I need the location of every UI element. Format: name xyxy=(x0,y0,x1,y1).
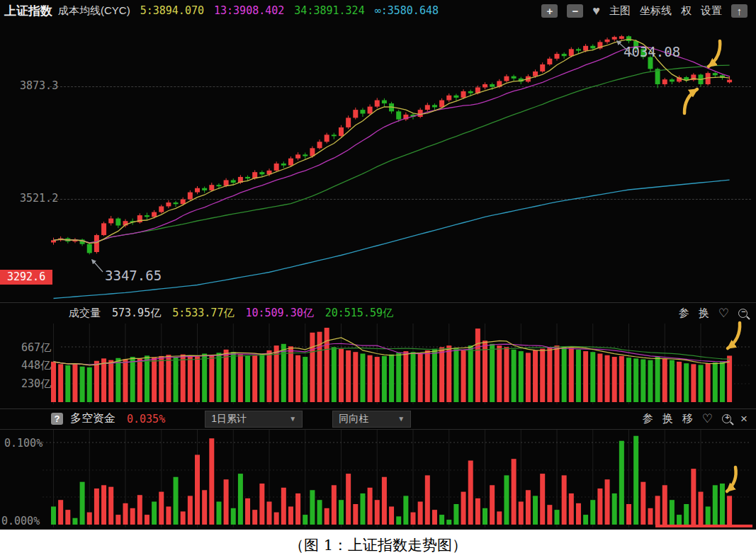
zoom-in-button[interactable]: + xyxy=(541,4,558,18)
cyc34-value: 34:3891.324 xyxy=(294,4,364,17)
index-title: 上证指数 xyxy=(4,3,52,19)
period-dropdown-value: 1日累计 xyxy=(211,413,247,425)
indicator-zoom-in-icon[interactable] xyxy=(722,414,731,423)
indicator-favorite-icon[interactable]: ♡ xyxy=(702,411,713,426)
volume-current: 573.95亿 xyxy=(112,307,161,320)
indicator-label: 多空资金 xyxy=(70,411,115,426)
cyc5-value: 5:3894.070 xyxy=(140,4,204,17)
zoom-out-button[interactable]: − xyxy=(567,4,583,18)
main-chart-header: 上证指数 成本均线(CYC) 5:3894.070 13:3908.402 34… xyxy=(0,0,756,21)
help-icon[interactable]: ? xyxy=(51,413,63,425)
indicator-switch-button[interactable]: 换 xyxy=(662,412,673,425)
main-chart-menu[interactable]: 主图 xyxy=(609,4,631,18)
style-dropdown-value: 同向柱 xyxy=(339,413,368,425)
volume-ma5: 5:533.77亿 xyxy=(172,307,234,320)
stock-chart-app: 上证指数 成本均线(CYC) 5:3894.070 13:3908.402 34… xyxy=(0,0,756,530)
indicator-value: 0.035% xyxy=(127,413,165,425)
volume-zoom-out-icon[interactable] xyxy=(738,309,747,318)
caption-bar: （图 1：上证指数走势图） xyxy=(0,530,756,560)
close-icon[interactable]: × xyxy=(740,412,747,426)
volume-param-button[interactable]: 参 xyxy=(679,307,689,320)
chevron-down-icon: ▼ xyxy=(289,415,296,423)
expand-pane-button[interactable]: ↑ xyxy=(731,4,747,18)
volume-switch-button[interactable]: 换 xyxy=(699,307,709,320)
chevron-down-icon: ▼ xyxy=(397,415,405,423)
volume-bar-chart[interactable] xyxy=(0,324,756,408)
figure-caption: （图 1：上证指数走势图） xyxy=(289,535,467,555)
volume-favorite-icon[interactable]: ♡ xyxy=(718,306,729,321)
indicator-param-button[interactable]: 参 xyxy=(643,412,653,425)
period-dropdown[interactable]: 1日累计 ▼ xyxy=(205,411,303,428)
main-candlestick-chart[interactable] xyxy=(0,21,756,302)
settings-button[interactable]: 设置 xyxy=(701,4,722,18)
volume-label: 成交量 xyxy=(69,307,101,320)
peak-price-annotation: 4034.08 xyxy=(624,44,680,59)
style-dropdown[interactable]: 同向柱 ▼ xyxy=(332,411,411,428)
rights-adjust-button[interactable]: 权 xyxy=(681,4,692,18)
indicator-name: 成本均线(CYC) xyxy=(58,4,130,18)
volume-ma20: 20:515.59亿 xyxy=(325,307,393,320)
cycinf-value: ∞:3580.648 xyxy=(375,4,439,17)
indicator-bar-chart[interactable] xyxy=(0,430,756,530)
coordinate-axis-menu[interactable]: 坐标线 xyxy=(640,4,672,18)
volume-ma10: 10:509.30亿 xyxy=(245,307,313,320)
low-price-annotation: 3347.65 xyxy=(105,268,162,283)
indicator-move-button[interactable]: 移 xyxy=(682,412,693,425)
indicator-pane-header: ? 多空资金 0.035% 1日累计 ▼ 同向柱 ▼ 参 换 移 ♡ × xyxy=(0,408,756,430)
cyc13-value: 13:3908.402 xyxy=(214,4,284,17)
volume-pane-header: 成交量 573.95亿 5:533.77亿 10:509.30亿 20:515.… xyxy=(0,302,756,324)
screenshot-stage: 上证指数 成本均线(CYC) 5:3894.070 13:3908.402 34… xyxy=(0,0,756,560)
favorite-icon[interactable]: ♥ xyxy=(592,4,600,18)
